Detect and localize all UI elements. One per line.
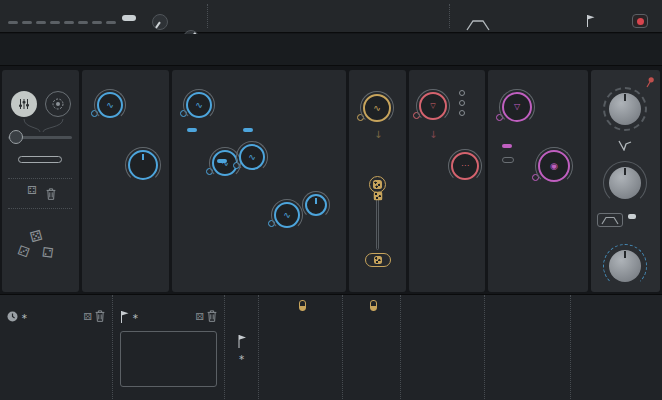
output-panel <box>591 70 660 292</box>
dice-icon: ⚄ <box>28 227 44 246</box>
detector-waveform[interactable] <box>214 4 444 30</box>
divider <box>449 4 450 28</box>
mod-sequencer-section: ∗ ⚄ <box>112 295 224 400</box>
window-mode-button[interactable] <box>597 213 623 227</box>
multiplier-icon: ∗ <box>21 312 28 321</box>
record-button[interactable] <box>632 14 648 28</box>
arrow-down-icon: ↓ <box>374 130 382 140</box>
dice-icon: ⚂ <box>16 243 32 261</box>
grain-size-quantize-button[interactable] <box>187 128 197 132</box>
mixer-icon <box>18 98 30 110</box>
recorder-trigger-control[interactable] <box>586 14 598 27</box>
divider <box>8 178 72 179</box>
dice-icon[interactable]: ⚄ <box>195 312 204 322</box>
window-shape-icon[interactable] <box>466 16 490 35</box>
source-panel: ⚃ ⚄ ⚂ ⚁ <box>2 70 79 292</box>
flag-icon <box>586 14 595 27</box>
fx-level-knob[interactable] <box>609 167 641 199</box>
radio-mix[interactable] <box>459 90 468 96</box>
radio-reso[interactable] <box>459 100 468 106</box>
pitch-knob[interactable] <box>305 194 327 216</box>
trapezoid-icon <box>601 216 619 225</box>
dice-icon[interactable] <box>369 176 386 193</box>
multiplier-icon: ∗ <box>132 312 139 321</box>
main-tab[interactable] <box>11 91 37 117</box>
clock-icon[interactable] <box>7 311 18 322</box>
grain-pan-knob[interactable] <box>609 250 641 282</box>
delay-knob[interactable]: ◉ <box>538 150 570 182</box>
envelope-section <box>258 295 342 400</box>
main-mix-slider-handle[interactable] <box>9 130 23 144</box>
position-quantize-button[interactable] <box>243 128 253 132</box>
granular-plugin-window: ⚃ ⚄ ⚂ ⚁ ∿ ∿ ∿ ∿ ∿ <box>0 0 662 400</box>
bottom-section: ∗ ⚄ ∗ ⚄ <box>0 294 662 400</box>
time-rate-mod-slider <box>349 176 406 267</box>
dice-icon[interactable]: ⚄ <box>83 312 92 322</box>
record-dot-icon <box>637 18 644 25</box>
filter-section <box>400 295 484 400</box>
radio-pan[interactable] <box>459 110 468 116</box>
mod-slot-icon[interactable] <box>299 300 306 311</box>
auto-button[interactable] <box>122 15 136 21</box>
trash-icon[interactable] <box>207 307 217 326</box>
pin-icon[interactable] <box>645 73 655 92</box>
trash-icon[interactable] <box>46 185 56 204</box>
dice-icon: ⚁ <box>41 244 54 260</box>
speed-quantize-button[interactable] <box>217 159 227 163</box>
reverb-panel: ▽ ◉ <box>488 70 588 292</box>
sensitivity-knob[interactable] <box>152 14 168 30</box>
mod-mix-button[interactable] <box>18 156 62 163</box>
v-curve-icon <box>617 136 633 155</box>
rnd-section: ∗ <box>224 295 258 400</box>
density-knob[interactable]: ∿ <box>97 92 123 118</box>
dry-level-knob[interactable] <box>609 93 641 125</box>
lfo-section <box>342 295 400 400</box>
trigger-sequencer-section: ∗ ⚄ <box>0 295 112 400</box>
filter-mod-amount-knob[interactable]: ⋯ <box>451 152 479 180</box>
buffer-waveform[interactable] <box>0 34 662 66</box>
dry-wet-mode-button[interactable] <box>502 157 514 163</box>
density-mode-knob[interactable] <box>128 150 158 180</box>
top-bar <box>0 0 662 33</box>
time-rate-mod-panel: ∿ ↓ <box>349 70 406 292</box>
random-assign-dice[interactable]: ⚄ ⚂ ⚁ <box>18 228 62 272</box>
jitter-knob[interactable]: ∿ <box>274 202 300 228</box>
slider-track[interactable] <box>365 196 391 250</box>
multiplier-icon: ∗ <box>238 353 245 362</box>
transient-detector-meter <box>8 21 116 24</box>
rnd-dice-button[interactable] <box>365 253 391 267</box>
dice-handle-icon[interactable] <box>373 192 382 201</box>
enhance-button[interactable] <box>628 214 636 219</box>
harvester-icon <box>51 97 65 111</box>
position-knob[interactable]: ∿ <box>239 144 265 170</box>
flag-icon[interactable] <box>237 333 246 352</box>
reverb-knob[interactable]: ▽ <box>502 92 532 122</box>
randomize-all-icon[interactable]: ⚃ <box>27 185 37 196</box>
harvester-tab[interactable] <box>45 91 71 117</box>
mod-slot-icon[interactable] <box>370 300 377 311</box>
reverb-fx-section <box>484 295 570 400</box>
grain-panel: ∿ ∿ ∿ ∿ <box>172 70 346 292</box>
add-mode-button[interactable] <box>502 144 512 148</box>
trash-icon[interactable] <box>95 307 105 326</box>
flag-icon[interactable] <box>120 310 129 323</box>
grain-size-knob[interactable]: ∿ <box>186 92 212 118</box>
divider <box>8 208 72 209</box>
delay-fx-section <box>570 295 662 400</box>
filter-mod-knob[interactable]: ▽ <box>419 92 447 120</box>
divider <box>207 4 208 28</box>
time-rate-mod-knob[interactable]: ∿ <box>363 94 391 122</box>
density-panel: ∿ <box>82 70 169 292</box>
filter-mod-panel: ▽ ⋯ ↓ <box>409 70 485 292</box>
mod-sequencer-chart[interactable] <box>120 331 217 387</box>
arrow-down-icon: ↓ <box>429 130 437 140</box>
